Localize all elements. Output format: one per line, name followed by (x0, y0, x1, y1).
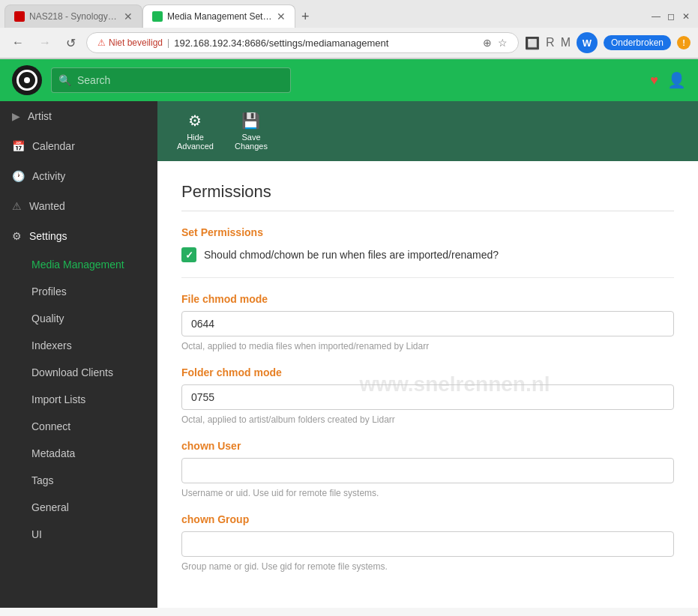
chown-group-section: chown Group Group name or gid. Use gid f… (181, 513, 674, 572)
sidebar-item-settings-label: Settings (29, 230, 67, 242)
sidebar-item-calendar[interactable]: 📅 Calendar (0, 131, 157, 161)
tab2-close[interactable]: ✕ (277, 10, 286, 22)
minimize-button[interactable]: — (650, 10, 662, 22)
extension-icon2: R (546, 36, 555, 49)
sidebar-sub-import-lists[interactable]: Import Lists (0, 386, 157, 413)
browser-tab-1[interactable]: NAS218 - Synology DiskStation ✕ (4, 4, 142, 28)
app-logo-icon (16, 70, 37, 91)
sidebar-item-wanted-label: Wanted (29, 200, 65, 212)
section-divider-1 (181, 277, 674, 278)
content-toolbar: ⚙ Hide Advanced 💾 Save Changes (157, 101, 698, 161)
chown-group-hint: Group name or gid. Use gid for remote fi… (181, 561, 674, 572)
file-chmod-input[interactable] (181, 311, 674, 336)
sidebar-item-activity[interactable]: 🕐 Activity (0, 161, 157, 191)
sidebar-sub-profiles[interactable]: Profiles (0, 278, 157, 305)
sidebar-sub-ui[interactable]: UI (0, 521, 157, 548)
window-controls: — ◻ ✕ (650, 0, 698, 28)
nav-reload-button[interactable]: ↺ (61, 34, 80, 52)
tab2-label: Media Management Settings - Li... (167, 11, 272, 22)
sidebar-sub-metadata[interactable]: Metadata (0, 440, 157, 467)
folder-chmod-hint: Octal, applied to artist/album folders c… (181, 414, 674, 425)
cast-icon: ⊕ (483, 37, 492, 49)
set-permissions-section: Set Permissions Should chmod/chown be ru… (181, 226, 674, 262)
app-header: 🔍 ♥ 👤 (0, 59, 698, 101)
chown-user-section: chown User Username or uid. Use uid for … (181, 440, 674, 498)
chown-group-label: chown Group (181, 513, 674, 525)
sidebar-item-activity-label: Activity (32, 170, 65, 182)
settings-icon: ⚙ (12, 230, 22, 242)
restore-button[interactable]: ◻ (665, 10, 677, 22)
folder-chmod-section: Folder chmod mode Octal, applied to arti… (181, 366, 674, 425)
tab2-favicon (152, 11, 163, 22)
folder-chmod-input[interactable] (181, 384, 674, 410)
chmod-checkbox-label: Should chmod/chown be run when files are… (204, 249, 499, 261)
sidebar-sub-quality[interactable]: Quality (0, 305, 157, 332)
browser-tab-2[interactable]: Media Management Settings - Li... ✕ (142, 4, 295, 28)
sidebar-item-artist[interactable]: ▶ Artist (0, 101, 157, 131)
save-changes-icon: 💾 (241, 112, 260, 130)
artist-icon: ▶ (12, 110, 20, 122)
calendar-icon: 📅 (12, 140, 25, 152)
tab1-close[interactable]: ✕ (124, 10, 133, 22)
main-layout: ▶ Artist 📅 Calendar 🕐 Activity ⚠ Wanted … (0, 101, 698, 608)
sidebar-sub-download-clients[interactable]: Download Clients (0, 359, 157, 386)
hide-advanced-button[interactable]: ⚙ Hide Advanced (169, 107, 221, 155)
activity-icon: 🕐 (12, 170, 25, 182)
search-wrapper: 🔍 (51, 67, 291, 93)
sidebar-item-settings[interactable]: ⚙ Settings (0, 221, 157, 251)
sidebar-item-wanted[interactable]: ⚠ Wanted (0, 191, 157, 221)
user-icon[interactable]: 👤 (667, 71, 686, 89)
sidebar: ▶ Artist 📅 Calendar 🕐 Activity ⚠ Wanted … (0, 101, 157, 608)
extension-icon1: 🔲 (525, 36, 540, 50)
sidebar-sub-media-management[interactable]: Media Management (0, 251, 157, 278)
status-badge[interactable]: Onderbroken (604, 35, 671, 50)
file-chmod-section: File chmod mode Octal, applied to media … (181, 293, 674, 351)
close-button[interactable]: ✕ (680, 10, 692, 22)
address-separator: | (167, 37, 169, 48)
heart-icon[interactable]: ♥ (650, 73, 658, 88)
tab1-label: NAS218 - Synology DiskStation (29, 11, 119, 22)
hide-advanced-label: Hide Advanced (177, 133, 214, 151)
browser-addressbar: ← → ↺ Niet beveiligd | 192.168.192.34:86… (0, 28, 698, 58)
wanted-icon: ⚠ (12, 200, 22, 212)
sidebar-sub-connect[interactable]: Connect (0, 413, 157, 440)
security-warning: Niet beveiligd (97, 37, 163, 48)
browser-tabs-row: NAS218 - Synology DiskStation ✕ Media Ma… (0, 0, 698, 28)
sidebar-sub-general[interactable]: General (0, 494, 157, 521)
browser-chrome: NAS218 - Synology DiskStation ✕ Media Ma… (0, 0, 698, 59)
extension-icon3: M (561, 36, 571, 49)
warning-dot: ! (677, 36, 691, 49)
address-bar[interactable]: Niet beveiligd | 192.168.192.34:8686/set… (86, 32, 519, 53)
search-input[interactable] (51, 67, 291, 93)
chown-group-input[interactable] (181, 531, 674, 557)
file-chmod-hint: Octal, applied to media files when impor… (181, 341, 674, 351)
save-changes-label: Save Changes (235, 133, 268, 151)
file-chmod-label: File chmod mode (181, 293, 674, 305)
folder-chmod-label: Folder chmod mode (181, 366, 674, 378)
sidebar-sub-tags[interactable]: Tags (0, 467, 157, 494)
content-body: Permissions Set Permissions Should chmod… (157, 161, 698, 608)
chown-user-label: chown User (181, 440, 674, 452)
sidebar-item-calendar-label: Calendar (32, 140, 75, 152)
search-icon: 🔍 (58, 74, 71, 86)
chown-user-input[interactable] (181, 458, 674, 483)
address-text: 192.168.192.34:8686/settings/mediamanage… (174, 37, 478, 49)
hide-advanced-icon: ⚙ (188, 112, 202, 130)
chmod-checkbox[interactable] (181, 247, 196, 262)
nav-forward-button[interactable]: → (34, 34, 55, 51)
nav-back-button[interactable]: ← (7, 34, 28, 51)
chmod-checkbox-row: Should chmod/chown be run when files are… (181, 247, 674, 262)
sidebar-item-artist-label: Artist (28, 110, 52, 122)
bookmark-icon[interactable]: ☆ (498, 37, 508, 49)
set-permissions-label: Set Permissions (181, 226, 674, 238)
app-logo[interactable] (12, 65, 42, 95)
save-changes-button[interactable]: 💾 Save Changes (227, 107, 275, 155)
new-tab-button[interactable]: + (295, 6, 316, 28)
profile-button[interactable]: W (577, 32, 598, 53)
chown-user-hint: Username or uid. Use uid for remote file… (181, 488, 674, 498)
content-area: ⚙ Hide Advanced 💾 Save Changes Permissio… (157, 101, 698, 608)
header-right: ♥ 👤 (650, 71, 686, 89)
page-title: Permissions (181, 182, 674, 211)
sidebar-sub-indexers[interactable]: Indexers (0, 332, 157, 359)
tab1-favicon (14, 11, 25, 22)
